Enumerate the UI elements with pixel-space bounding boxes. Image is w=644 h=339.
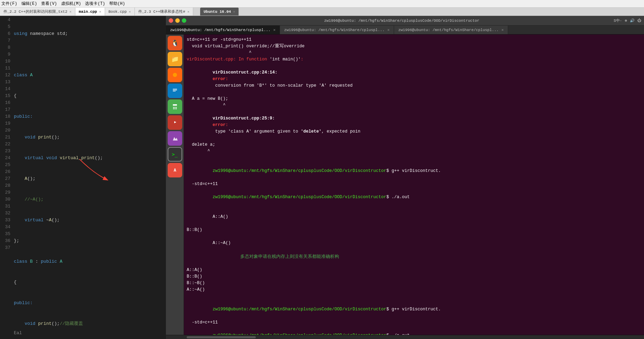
svg-point-1 <box>173 73 177 77</box>
launcher-software[interactable]: A <box>168 163 182 177</box>
svg-point-12 <box>174 108 175 109</box>
maximize-button[interactable] <box>182 18 186 23</box>
svg-rect-7 <box>173 104 177 106</box>
launcher-draw[interactable] <box>168 131 182 146</box>
menu-file[interactable]: 文件(F) <box>1 1 17 7</box>
menu-edit[interactable]: 编辑(E) <box>21 1 37 7</box>
tab-inheritance[interactable]: 件_2.3 C++继承和多态性#✕ <box>135 8 193 16</box>
close-tab-1[interactable]: ✕ <box>99 10 101 14</box>
term-tab-3[interactable]: zw1996@ubuntu: /mnt/hgfs/WinShare/cplusp… <box>394 26 508 34</box>
terminal-scrollbar[interactable] <box>166 335 644 339</box>
ubuntu-launcher: 🐧 📁 >_ <box>166 35 184 335</box>
term-line-18: B::B() <box>187 273 641 280</box>
tray-volume: 🔊 <box>630 18 635 23</box>
minimize-button[interactable] <box>175 18 180 23</box>
svg-rect-2 <box>172 87 178 94</box>
term-line-17: A::A() <box>187 267 641 273</box>
svg-point-10 <box>176 107 177 108</box>
term-line-4: virDiscontruct.cpp: In function 'int mai… <box>187 56 641 63</box>
terminal-tab-bar: zw1996@ubuntu: /mnt/hgfs/WinShare/cplusp… <box>166 26 644 35</box>
close-button[interactable] <box>169 18 173 23</box>
terminal-content-wrap: 🐧 📁 >_ <box>166 35 644 335</box>
window-controls[interactable] <box>169 18 186 23</box>
close-tab-3[interactable]: ✕ <box>187 10 189 14</box>
term-tab-1[interactable]: zw1996@ubuntu: /mnt/hgfs/WinShare/cplusp… <box>166 26 280 34</box>
close-term-tab-2[interactable]: ✕ <box>388 28 390 32</box>
svg-point-13 <box>176 108 177 109</box>
launcher-firefox[interactable] <box>168 68 182 82</box>
menu-vm[interactable]: 虚拟机(M) <box>61 1 81 7</box>
term-line-9: delete a; <box>187 142 641 148</box>
terminal-area: zw1996@ubuntu: /mnt/hgfs/WinShare/cplusp… <box>166 16 644 339</box>
tray-power: ⏻ <box>637 18 641 23</box>
top-menu-bar: 文件(F) 编辑(E) 查看(V) 虚拟机(M) 选项卡(T) 帮助(H) <box>0 0 644 8</box>
launcher-files[interactable]: 📁 <box>168 52 182 66</box>
term-tab-2[interactable]: zw1996@ubuntu: /mnt/hgfs/WinShare/cplusp… <box>280 26 394 34</box>
code-content[interactable]: using namespace std; class A { public: v… <box>12 16 166 339</box>
term-line-15: B::B() <box>187 227 641 233</box>
term-line-23: zw1996@ubuntu:/mnt/hgfs/WinShare/cpluspl… <box>187 326 641 335</box>
launcher-impress[interactable] <box>168 115 182 130</box>
tab-encapsulation[interactable]: 件_2.2 C++的封装和访问权限_txt2✕ <box>0 8 75 16</box>
launcher-writer[interactable] <box>168 84 182 98</box>
term-line-20: A::~A() <box>187 287 641 293</box>
term-line-1: std=c++11 or -std=gnu++11 <box>187 37 641 43</box>
term-line-16: A::~A() 多态对象申请在栈内存上则没有关系都能准确析构 <box>187 233 641 267</box>
launcher-ubuntu[interactable]: 🐧 <box>168 36 182 50</box>
tab-main-cpp[interactable]: main.cpp✕ <box>75 8 105 16</box>
term-line-blank1 <box>187 155 641 161</box>
term-line-5: virDiscontruct.cpp:24:14: error: convers… <box>187 63 641 96</box>
term-line-21: zw1996@ubuntu:/mnt/hgfs/WinShare/cpluspl… <box>187 300 641 319</box>
eal-text: Eal <box>14 330 22 336</box>
term-line-2: void virtual_print() override;//重写overri… <box>187 43 641 50</box>
close-term-tab-3[interactable]: ✕ <box>502 28 504 32</box>
term-line-8: virDiscontruct.cpp:25:9: error: type 'cl… <box>187 109 641 142</box>
term-line-7: ^ <box>187 102 641 109</box>
term-line-13: zw1996@ubuntu:/mnt/hgfs/WinShare/cpluspl… <box>187 187 641 207</box>
terminal-title: zw1996@ubuntu: /mnt/hgfs/WinShare/cplusp… <box>190 19 614 23</box>
close-term-tab-1[interactable]: ✕ <box>273 28 276 32</box>
main-area: 45678 910111213 1415161718 1920212223 24… <box>0 16 644 339</box>
close-tab-2[interactable]: ✕ <box>129 10 131 14</box>
terminal-output[interactable]: std=c++11 or -std=gnu++11 void virtual_p… <box>184 35 644 335</box>
tab-book-cpp[interactable]: Book.cpp✕ <box>105 8 135 16</box>
editor-tab-bar: 件_2.2 C++的封装和访问权限_txt2✕ main.cpp✕ Book.c… <box>0 8 644 16</box>
svg-text:A: A <box>174 168 176 173</box>
launcher-calc[interactable] <box>168 99 182 114</box>
tray-network: ⊕ <box>625 18 627 23</box>
term-line-14: A::A() <box>187 207 641 227</box>
term-line-19: B::~B() <box>187 280 641 287</box>
launcher-terminal[interactable]: >_ <box>168 147 182 162</box>
term-line-22: -std=c++11 <box>187 319 641 326</box>
annotation-stack-destruct: 多态对象申请在栈内存上则没有关系都能准确析构 <box>240 254 339 259</box>
term-line-12: -std=c++11 <box>187 181 641 187</box>
terminal-titlebar: zw1996@ubuntu: /mnt/hgfs/WinShare/cplusp… <box>166 16 644 26</box>
term-line-3: ^ <box>187 50 641 56</box>
code-editor: 45678 910111213 1415161718 1920212223 24… <box>0 16 166 339</box>
term-line-10: ^ <box>187 148 641 155</box>
close-tab-0[interactable]: ✕ <box>69 10 72 14</box>
svg-point-8 <box>173 107 174 108</box>
term-line-6: A a = new B(); <box>187 96 641 102</box>
term-line-11: zw1996@ubuntu:/mnt/hgfs/WinShare/cpluspl… <box>187 161 641 181</box>
menu-tabs[interactable]: 选项卡(T) <box>85 1 105 7</box>
line-numbers: 45678 910111213 1415161718 1920212223 24… <box>0 16 12 339</box>
tray-lang: S中· <box>614 18 622 23</box>
term-line-blank2 <box>187 293 641 300</box>
menu-view[interactable]: 查看(V) <box>41 1 57 7</box>
svg-point-9 <box>174 107 175 108</box>
close-ubuntu-tab[interactable]: ✕ <box>233 10 235 14</box>
ubuntu-vm-tab[interactable]: Ubuntu 16.04 ✕ <box>200 8 239 16</box>
menu-help[interactable]: 帮助(H) <box>109 1 125 7</box>
svg-point-11 <box>173 108 174 109</box>
